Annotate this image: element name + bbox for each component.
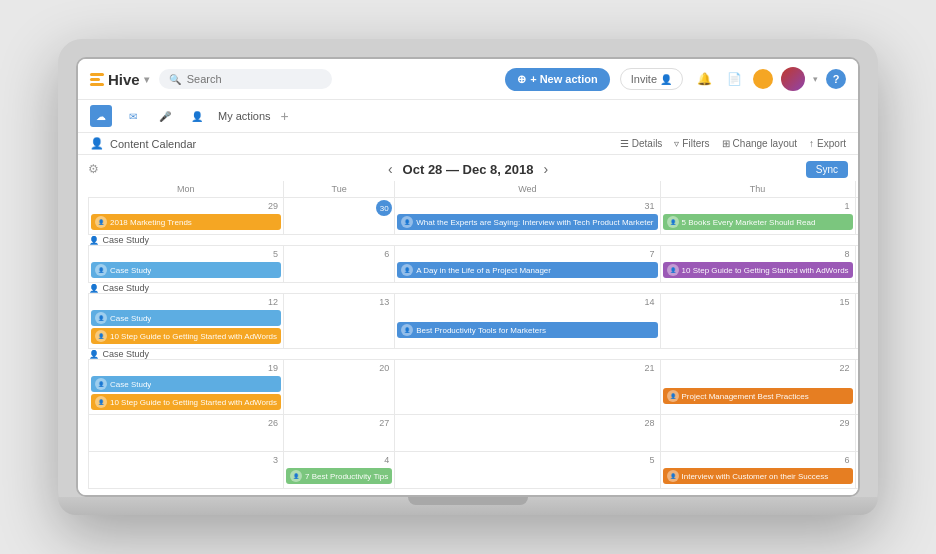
event-productivity-tools[interactable]: 👤 Best Productivity Tools for Marketers	[397, 322, 657, 338]
filters-button[interactable]: ▿ Filters	[674, 138, 709, 149]
week-row-3: 12 👤 Case Study 👤 10 Step Guide to Getti…	[89, 294, 861, 349]
event-avatar-12: 👤	[667, 470, 679, 482]
sync-button[interactable]: Sync	[806, 161, 848, 178]
event-avatar-8: 👤	[95, 396, 107, 408]
event-productivity-tips[interactable]: 👤 7 Best Productivity Tips	[286, 468, 392, 484]
section-case-study-2: 👤 Case Study	[89, 283, 861, 294]
logo-bar-2	[90, 78, 100, 81]
date-5: 5	[91, 248, 281, 260]
invite-person-icon: 👤	[660, 74, 672, 85]
date-27: 27	[286, 417, 392, 429]
user-avatar[interactable]	[781, 67, 805, 91]
invite-label: Invite	[631, 73, 657, 85]
date-dec3: 3	[91, 454, 281, 466]
cloud-icon[interactable]: ☁	[90, 105, 112, 127]
day-nov-15: 15	[660, 294, 855, 349]
date-26: 26	[91, 417, 281, 429]
calendar-settings-icon[interactable]: ⚙	[88, 162, 99, 176]
circle-icon[interactable]	[753, 69, 773, 89]
event-text-5: 10 Step Guide to Getting Started with Ad…	[682, 266, 849, 275]
day-nov-23: 23	[855, 360, 860, 415]
event-adwords-3[interactable]: 👤 10 Step Guide to Getting Started with …	[91, 394, 281, 410]
day-nov-7: 7 👤 A Day in the Life of a Project Manag…	[395, 246, 660, 283]
section-case-study-1: 👤 Case Study	[89, 235, 861, 246]
layout-icon: ⊞	[722, 138, 730, 149]
person-icon[interactable]: 👤	[186, 105, 208, 127]
col-mon: Mon	[89, 181, 284, 198]
section-label-2: 👤 Case Study	[89, 283, 861, 293]
event-text-2: What the Experts are Saying: Interview w…	[416, 218, 653, 227]
help-button[interactable]: ?	[826, 69, 846, 89]
new-action-button[interactable]: ⊕ + New action	[505, 68, 610, 91]
page-title: Content Calendar	[110, 138, 196, 150]
section-text-1: Case Study	[103, 235, 150, 245]
event-pm-practices[interactable]: 👤 Project Management Best Practices	[663, 388, 853, 404]
event-adwords-1[interactable]: 👤 10 Step Guide to Getting Started with …	[663, 262, 853, 278]
details-label: Details	[632, 138, 663, 149]
laptop-base	[58, 497, 878, 515]
day-nov-28: 28	[395, 415, 660, 452]
day-nov-26: 26	[89, 415, 284, 452]
event-5books[interactable]: 👤 5 Books Every Marketer Should Read	[663, 214, 853, 230]
export-button[interactable]: ↑ Export	[809, 138, 846, 149]
day-nov-27: 27	[284, 415, 395, 452]
filters-label: Filters	[682, 138, 709, 149]
search-bar[interactable]: 🔍	[159, 69, 332, 89]
invite-button[interactable]: Invite 👤	[620, 68, 683, 90]
event-text-12: Interview with Customer on their Success	[682, 472, 829, 481]
event-text-4: A Day in the Life of a Project Manager	[416, 266, 551, 275]
email-icon[interactable]: ✉	[122, 105, 144, 127]
breadcrumb-left: 👤 Content Calendar	[90, 137, 196, 150]
event-text-6: 10 Step Guide to Getting Started with Ad…	[110, 332, 277, 341]
bell-icon[interactable]: 🔔	[693, 68, 715, 90]
search-input[interactable]	[187, 73, 322, 85]
event-casestudy-w3[interactable]: 👤 Case Study	[91, 310, 281, 326]
section-case-study-3: 👤 Case Study	[89, 349, 861, 360]
date-dec6: 6	[663, 454, 853, 466]
document-icon[interactable]: 📄	[723, 68, 745, 90]
add-tab-button[interactable]: +	[281, 108, 289, 124]
event-daylife[interactable]: 👤 A Day in the Life of a Project Manager	[397, 262, 657, 278]
event-avatar-11: 👤	[290, 470, 302, 482]
calendar-container: ⚙ ‹ Oct 28 — Dec 8, 2018 › Sync Mon Tue …	[78, 155, 858, 495]
filter-icon: ▿	[674, 138, 679, 149]
col-tue: Tue	[284, 181, 395, 198]
event-experts[interactable]: 👤 What the Experts are Saying: Interview…	[397, 214, 657, 230]
col-fri: Fri	[855, 181, 860, 198]
day-nov-5: 5 👤 Case Study	[89, 246, 284, 283]
second-toolbar: ☁ ✉ 🎤 👤 My actions +	[78, 100, 858, 133]
section-row-1: 👤 Case Study	[89, 235, 861, 246]
col-wed: Wed	[395, 181, 660, 198]
hive-logo[interactable]: Hive ▾	[90, 71, 149, 88]
day-oct-30: 30	[284, 198, 395, 235]
event-casestudy-w4[interactable]: 👤 Case Study	[91, 376, 281, 392]
day-nov-6: 6	[284, 246, 395, 283]
event-casestudy-span[interactable]: 👤 Case Study	[91, 262, 281, 278]
new-action-label: + New action	[530, 73, 598, 85]
details-button[interactable]: ☰ Details	[620, 138, 663, 149]
event-marketing-trends[interactable]: 👤 2018 Marketing Trends	[91, 214, 281, 230]
export-label: Export	[817, 138, 846, 149]
date-7: 7	[397, 248, 657, 260]
next-arrow[interactable]: ›	[543, 161, 548, 177]
date-dec4: 4	[286, 454, 392, 466]
logo-bar-1	[90, 73, 104, 76]
week-row-6: 3 4 👤 7 Best Productivity Tips 5	[89, 452, 861, 489]
day-nov-13: 13	[284, 294, 395, 349]
avatar-dropdown[interactable]: ▾	[813, 74, 818, 84]
event-build-trust[interactable]: 👤 How to Build Trust On Your Team	[858, 431, 860, 447]
date-22: 22	[663, 362, 853, 374]
event-interview-customer[interactable]: 👤 Interview with Customer on their Succe…	[663, 468, 853, 484]
prev-arrow[interactable]: ‹	[388, 161, 393, 177]
mic-icon[interactable]: 🎤	[154, 105, 176, 127]
day-oct-29: 29 👤 2018 Marketing Trends	[89, 198, 284, 235]
day-nov-29: 29	[660, 415, 855, 452]
event-adwords-2[interactable]: 👤 10 Step Guide to Getting Started with …	[91, 328, 281, 344]
hive-dropdown-arrow[interactable]: ▾	[144, 74, 149, 85]
change-layout-button[interactable]: ⊞ Change layout	[722, 138, 798, 149]
event-avatar-2: 👤	[401, 216, 413, 228]
date-30: 30	[858, 417, 860, 429]
event-text-cs2: Case Study	[110, 314, 151, 323]
event-text-7: Best Productivity Tools for Marketers	[416, 326, 546, 335]
date-29b: 29	[663, 417, 853, 429]
